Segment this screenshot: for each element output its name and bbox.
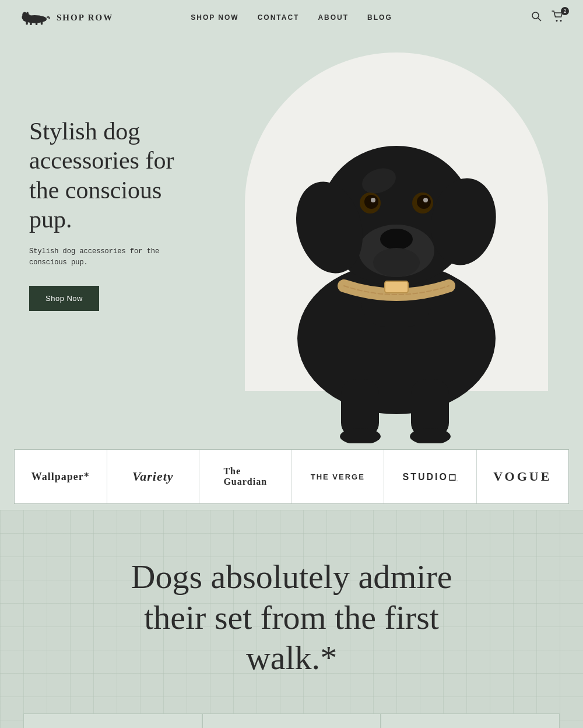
cart-badge: 2: [561, 7, 569, 15]
svg-point-17: [380, 229, 413, 250]
guardian-logo-text: TheGuardian: [223, 466, 267, 487]
testimonials-section: Dogs absolutely admiretheir set from the…: [0, 510, 583, 728]
svg-rect-5: [26, 21, 27, 25]
hero-content: Stylish dog accessories for the consciou…: [0, 70, 192, 311]
nav-contact[interactable]: CONTACT: [258, 13, 300, 22]
svg-rect-8: [41, 21, 43, 25]
svg-point-22: [371, 198, 375, 202]
svg-point-4: [23, 13, 25, 15]
nav-blog[interactable]: BLOG: [367, 13, 392, 22]
shop-now-button[interactable]: Shop Now: [29, 286, 99, 311]
wallpaper-logo-text: Wallpaper*: [31, 471, 90, 483]
svg-rect-30: [385, 281, 408, 293]
nav-shop-now[interactable]: SHOP NOW: [191, 13, 238, 22]
hero-image: [210, 35, 583, 443]
svg-point-11: [556, 20, 558, 22]
nav-about[interactable]: ABOUT: [318, 13, 349, 22]
main-nav: SHOP NOW CONTACT ABOUT BLOG: [191, 13, 392, 22]
hero-subtext: Stylish dog accessories for the consciou…: [29, 246, 192, 268]
hero-headline: Stylish dog accessories for the consciou…: [29, 117, 192, 235]
header: ShOP Row SHOP NOW CONTACT ABOUT BLOG 2: [0, 0, 583, 35]
variety-logo-text: Variety: [132, 469, 174, 484]
svg-point-3: [26, 12, 29, 16]
svg-point-32: [373, 248, 420, 277]
testimonial-card-3: ❝❝ This store is my go-to destination fo…: [381, 713, 560, 728]
press-logo-verge: THE VERGE: [292, 450, 385, 503]
testimonial-card-2: ❝❝ I just got my dog a new toy and he ab…: [202, 713, 381, 728]
svg-point-20: [364, 195, 378, 209]
press-logo-studio: STUDIO◻: [384, 450, 477, 503]
press-section: Wallpaper* Variety TheGuardian THE VERGE…: [0, 443, 583, 510]
header-icons: 2: [531, 10, 564, 25]
svg-point-9: [532, 12, 539, 19]
logo[interactable]: ShOP Row: [19, 9, 113, 26]
search-button[interactable]: [531, 10, 542, 25]
hero-section: Stylish dog accessories for the consciou…: [0, 35, 583, 443]
dog-illustration: [227, 47, 566, 443]
testimonials-headline: Dogs absolutely admiretheir set from the…: [23, 556, 560, 678]
grid-background: Dogs absolutely admiretheir set from the…: [0, 510, 583, 728]
svg-line-10: [538, 18, 541, 21]
svg-rect-7: [36, 22, 37, 25]
search-icon: [531, 10, 542, 22]
logo-dog-icon: [19, 9, 51, 26]
svg-point-12: [560, 20, 562, 22]
testimonial-card-1: ❝❝ My pup loves it and I can have peace …: [23, 713, 202, 728]
verge-logo-text: THE VERGE: [311, 473, 365, 481]
press-logos-container: Wallpaper* Variety TheGuardian THE VERGE…: [14, 449, 569, 504]
cart-button[interactable]: 2: [552, 10, 564, 25]
svg-point-21: [417, 195, 431, 209]
logo-text: ShOP Row: [57, 13, 113, 23]
press-logo-variety: Variety: [107, 450, 200, 503]
press-logo-vogue: VOGUE: [477, 450, 569, 503]
studio-logo-text: STUDIO◻: [403, 471, 458, 482]
press-logo-guardian: TheGuardian: [199, 450, 292, 503]
testimonial-cards-container: ❝❝ My pup loves it and I can have peace …: [23, 713, 560, 728]
svg-rect-6: [30, 22, 31, 25]
svg-point-23: [423, 198, 428, 202]
vogue-logo-text: VOGUE: [493, 469, 552, 484]
press-logo-wallpaper: Wallpaper*: [15, 450, 107, 503]
